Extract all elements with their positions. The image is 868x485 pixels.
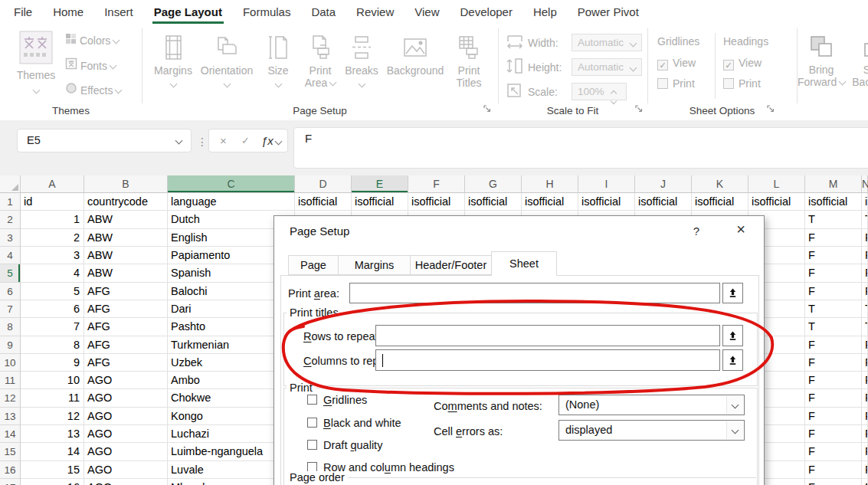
cell-M4[interactable]: F — [805, 247, 862, 264]
column-header-H[interactable]: H — [522, 175, 578, 193]
name-box-splitter[interactable]: ⋮ — [197, 136, 208, 148]
column-header-M[interactable]: M — [805, 175, 862, 193]
rows-to-repeat-collapse-button[interactable] — [722, 325, 743, 346]
cell-A2[interactable]: 1 — [21, 211, 84, 228]
row-header-3[interactable]: 3 — [0, 229, 21, 247]
cell-N5[interactable]: F — [862, 264, 868, 282]
ribbon-tab-view[interactable]: View — [413, 0, 441, 24]
print-area-field[interactable] — [349, 283, 720, 303]
ribbon-tab-formulas[interactable]: Formulas — [241, 0, 293, 24]
cell-B5[interactable]: ABW — [84, 264, 168, 282]
cell-B1[interactable]: countrycode — [84, 193, 168, 211]
cell-A17[interactable]: 16 — [21, 479, 84, 485]
column-header-F[interactable]: F — [408, 175, 465, 193]
cell-A11[interactable]: 10 — [21, 372, 84, 389]
column-header-N[interactable]: N — [862, 175, 868, 193]
cell-N2[interactable]: T — [862, 211, 868, 228]
black-and-white-checkbox-label[interactable]: Black and white — [323, 417, 401, 430]
cell-B9[interactable]: AFG — [84, 336, 168, 354]
cell-M8[interactable]: T — [805, 318, 862, 336]
cell-L1[interactable]: isofficial — [748, 193, 805, 211]
cell-N8[interactable]: T — [862, 318, 868, 336]
cell-M10[interactable]: F — [805, 354, 862, 372]
tab-page[interactable]: Page — [288, 255, 339, 275]
cell-B4[interactable]: ABW — [84, 247, 168, 264]
draft-quality-checkbox[interactable] — [307, 440, 317, 450]
ribbon-tab-data[interactable]: Data — [310, 0, 337, 24]
row-header-1[interactable]: 1 — [0, 193, 21, 211]
row-header-8[interactable]: 8 — [0, 318, 21, 336]
row-header-7[interactable]: 7 — [0, 300, 21, 318]
cell-N1[interactable]: isofficial — [862, 193, 868, 211]
black-and-white-checkbox[interactable] — [307, 418, 317, 428]
cell-B16[interactable]: AGO — [84, 461, 168, 479]
close-icon[interactable]: × — [731, 221, 751, 238]
ribbon-tab-insert[interactable]: Insert — [103, 0, 135, 24]
cell-D1[interactable]: isofficial — [295, 193, 352, 211]
gridlines-checkbox-label[interactable]: Gridlines — [323, 394, 367, 407]
row-header-11[interactable]: 11 — [0, 372, 21, 389]
row-header-12[interactable]: 12 — [0, 389, 21, 407]
cell-B12[interactable]: AGO — [84, 389, 168, 407]
ribbon-tab-review[interactable]: Review — [355, 0, 395, 24]
cell-M3[interactable]: F — [805, 229, 862, 247]
cell-A12[interactable]: 11 — [21, 389, 84, 407]
cell-M14[interactable]: F — [805, 425, 862, 443]
cell-N11[interactable]: F — [862, 372, 868, 389]
row-header-16[interactable]: 16 — [0, 461, 21, 479]
cell-N6[interactable]: F — [862, 283, 868, 300]
insert-function-icon[interactable]: ƒx — [261, 129, 274, 152]
help-button[interactable]: ? — [688, 224, 705, 238]
ribbon-tab-home[interactable]: Home — [51, 0, 85, 24]
cell-M7[interactable]: T — [805, 300, 862, 318]
cell-B10[interactable]: AFG — [84, 354, 168, 372]
cell-B17[interactable]: AGO — [84, 479, 168, 485]
scale-to-fit-dialog-launcher[interactable] — [634, 103, 644, 116]
tab-margins[interactable]: Margins — [338, 255, 411, 275]
name-box[interactable]: E5 — [17, 129, 192, 152]
cell-B13[interactable]: AGO — [84, 408, 168, 425]
row-header-17[interactable]: 17 — [0, 479, 21, 485]
cell-B7[interactable]: AFG — [84, 300, 168, 318]
cell-N10[interactable]: F — [862, 354, 868, 372]
cell-N3[interactable]: F — [862, 229, 868, 247]
comments-and-notes-dropdown[interactable]: (None) — [558, 395, 745, 415]
ribbon-tab-file[interactable]: File — [12, 0, 34, 24]
cell-M17[interactable]: F — [805, 479, 862, 485]
cell-M16[interactable]: F — [805, 461, 862, 479]
cell-M12[interactable]: F — [805, 389, 862, 407]
cell-B6[interactable]: AFG — [84, 283, 168, 300]
cell-C1[interactable]: language — [168, 193, 295, 211]
enter-icon[interactable]: ✓ — [241, 129, 250, 152]
cell-M2[interactable]: T — [805, 211, 862, 228]
row-header-6[interactable]: 6 — [0, 283, 21, 300]
cell-A4[interactable]: 3 — [21, 247, 84, 264]
column-header-D[interactable]: D — [295, 175, 352, 193]
row-header-2[interactable]: 2 — [0, 211, 21, 228]
cell-A15[interactable]: 14 — [21, 443, 84, 460]
column-header-E[interactable]: E — [352, 175, 408, 193]
cell-A5[interactable]: 4 — [21, 264, 84, 282]
cell-N17[interactable]: F — [862, 479, 868, 485]
cell-A8[interactable]: 7 — [21, 318, 84, 336]
column-header-G[interactable]: G — [465, 175, 522, 193]
column-header-B[interactable]: B — [84, 175, 168, 193]
ribbon-tab-developer[interactable]: Developer — [459, 0, 514, 24]
cell-F1[interactable]: isofficial — [408, 193, 465, 211]
cell-J1[interactable]: isofficial — [635, 193, 692, 211]
cell-M11[interactable]: F — [805, 372, 862, 389]
cell-A16[interactable]: 15 — [21, 461, 84, 479]
cell-N16[interactable]: F — [862, 461, 868, 479]
columns-to-repeat-field[interactable] — [375, 349, 720, 371]
cell-errors-as-dropdown[interactable]: displayed — [558, 420, 745, 441]
cell-I1[interactable]: isofficial — [578, 193, 635, 211]
cell-A7[interactable]: 6 — [21, 300, 84, 318]
row-header-13[interactable]: 13 — [0, 408, 21, 425]
select-all-corner[interactable] — [0, 175, 21, 193]
cell-N9[interactable]: F — [862, 336, 868, 354]
draft-quality-checkbox-label[interactable]: Draft quality — [323, 439, 382, 452]
print-area-collapse-button[interactable] — [722, 283, 743, 303]
column-header-C[interactable]: C — [168, 175, 295, 193]
cell-A9[interactable]: 8 — [21, 336, 84, 354]
gridlines-checkbox[interactable] — [307, 395, 317, 405]
